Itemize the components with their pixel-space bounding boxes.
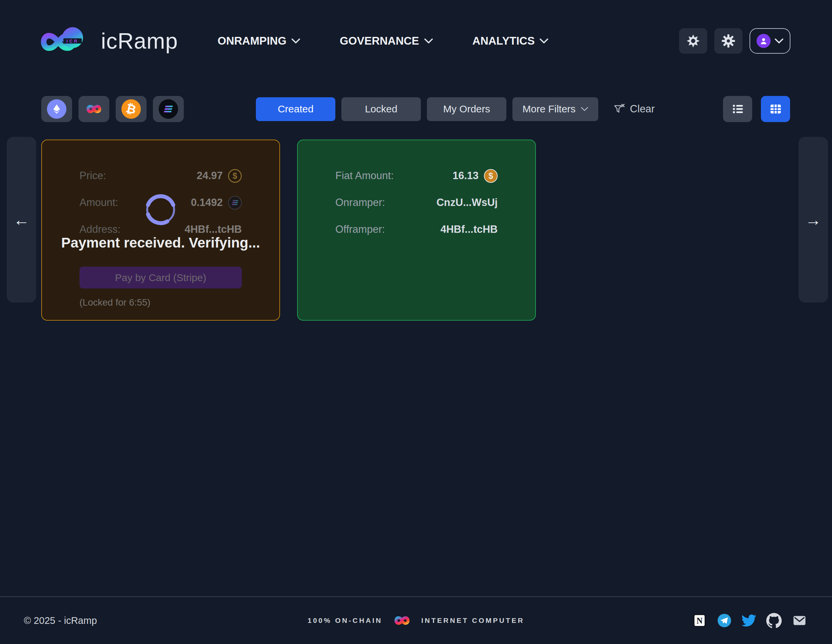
nav-onramping[interactable]: ONRAMPING [218, 35, 300, 47]
icramp-app: ICR icRamp ONRAMPING GOVERNANCE ANALYTIC… [0, 0, 832, 644]
ethereum-icon [47, 99, 66, 119]
row-value: 4HBf...tcHB [440, 223, 498, 235]
row-value: 0.1492 [191, 197, 223, 208]
chain-filter-ethereum[interactable] [41, 96, 72, 122]
order-card-created: Fiat Amount: 16.13 $ Onramper: CnzU...Ws… [297, 139, 536, 320]
svg-text:N: N [696, 616, 702, 625]
account-menu[interactable] [749, 28, 790, 54]
solana-icon [158, 99, 178, 119]
header: ICR icRamp ONRAMPING GOVERNANCE ANALYTIC… [40, 23, 790, 59]
sun-icon [686, 34, 701, 48]
grid-icon [769, 102, 783, 116]
chain-filter-solana[interactable] [153, 96, 184, 122]
clear-label: Clear [630, 103, 654, 115]
chevron-down-icon [539, 38, 548, 43]
row-label: Address: [80, 223, 120, 235]
row-value: 4HBf...tcHB [184, 223, 242, 235]
social-links: N [692, 613, 807, 628]
chevron-down-icon [774, 38, 783, 43]
settings-button[interactable] [714, 28, 742, 54]
grid-view-button[interactable] [761, 96, 790, 122]
filters-toolbar: ₿ Created L [41, 96, 790, 122]
locked-countdown: (Locked for 6:55) [80, 297, 242, 308]
nav-governance[interactable]: GOVERNANCE [340, 35, 433, 47]
row-label: Fiat Amount: [335, 170, 394, 182]
arrow-right-icon: → [805, 211, 821, 229]
nav-label: ONRAMPING [218, 35, 286, 47]
chain-filter-bitcoin[interactable]: ₿ [116, 96, 147, 122]
row-label: Offramper: [335, 223, 385, 235]
brand-name: icRamp [101, 28, 178, 54]
avatar [757, 34, 771, 48]
copyright: © 2025 - icRamp [24, 615, 97, 626]
chevron-down-icon [581, 107, 588, 111]
nav-label: ANALYTICS [472, 35, 535, 47]
row-value: 24.97 [197, 170, 223, 182]
user-icon [759, 37, 768, 45]
order-row: Onramper: CnzU...WsUj [335, 196, 498, 209]
chain-filters: ₿ [41, 96, 184, 122]
row-value: 16.13 [453, 170, 478, 182]
clear-filters-button[interactable]: Clear [612, 102, 654, 116]
list-icon [731, 102, 745, 116]
logo-badge-text: ICR [66, 39, 78, 43]
filter-label: My Orders [443, 103, 490, 115]
theme-toggle-button[interactable] [679, 28, 707, 54]
view-toggle [723, 96, 790, 122]
notion-icon: N [692, 613, 707, 628]
order-row: Price: 24.97 $ [80, 169, 242, 183]
filter-locked-button[interactable]: Locked [341, 97, 421, 121]
chevron-down-icon [424, 38, 433, 43]
gear-icon [722, 34, 735, 48]
telegram-icon [717, 614, 731, 628]
filter-my-orders-button[interactable]: My Orders [427, 97, 506, 121]
orders-grid: Price: 24.97 $ Amount: 0.1492 [41, 139, 536, 320]
internet-computer-icon [391, 614, 413, 628]
github-link[interactable] [766, 613, 782, 628]
chain-filter-internet-computer[interactable] [78, 96, 109, 122]
github-icon [766, 613, 782, 628]
onchain-label: 100% ON-CHAIN [307, 617, 382, 625]
brand[interactable]: ICR icRamp [40, 24, 178, 58]
onchain-badge: 100% ON-CHAIN INTERNET COMPUTER [307, 614, 525, 628]
twitter-icon [741, 613, 756, 628]
row-label: Price: [80, 170, 106, 182]
filter-label: More Filters [522, 103, 576, 115]
filter-created-button[interactable]: Created [256, 97, 335, 121]
main-nav: ONRAMPING GOVERNANCE ANALYTICS [218, 35, 549, 47]
row-label: Amount: [80, 197, 118, 208]
dollar-coin-icon: $ [484, 169, 498, 183]
row-value: CnzU...WsUj [436, 197, 498, 208]
status-filters: Created Locked My Orders More Filters [256, 97, 598, 121]
chevron-down-icon [291, 38, 300, 43]
filter-x-icon [612, 102, 626, 116]
pay-by-card-button[interactable]: Pay by Card (Stripe) [80, 267, 242, 288]
nav-analytics[interactable]: ANALYTICS [472, 35, 549, 47]
order-card-locked: Price: 24.97 $ Amount: 0.1492 [41, 139, 280, 320]
internet-computer-icon [83, 102, 104, 116]
carousel-next-button[interactable]: → [798, 137, 828, 303]
mail-icon [792, 613, 807, 628]
network-label: INTERNET COMPUTER [421, 617, 525, 625]
nav-label: GOVERNANCE [340, 35, 419, 47]
bitcoin-icon: ₿ [122, 99, 141, 119]
email-link[interactable] [792, 613, 807, 628]
more-filters-button[interactable]: More Filters [512, 97, 598, 121]
order-row: Offramper: 4HBf...tcHB [335, 223, 498, 236]
footer: © 2025 - icRamp 100% ON-CHAIN INTERNET C… [0, 596, 832, 644]
filter-label: Locked [365, 103, 397, 115]
filter-label: Created [278, 103, 314, 115]
header-actions [679, 28, 790, 54]
card-content-dimmed: Price: 24.97 $ Amount: 0.1492 [42, 140, 279, 308]
dollar-coin-icon: $ [228, 169, 242, 183]
twitter-link[interactable] [741, 613, 756, 628]
arrow-left-icon: ← [13, 211, 29, 229]
row-label: Onramper: [335, 197, 385, 208]
list-view-button[interactable] [723, 96, 752, 122]
carousel-prev-button[interactable]: ← [7, 137, 36, 303]
order-row: Address: 4HBf...tcHB [80, 223, 242, 236]
solana-coin-icon [228, 196, 242, 210]
notion-link[interactable]: N [692, 613, 707, 628]
telegram-link[interactable] [717, 614, 731, 628]
icramp-logo-icon: ICR [40, 24, 92, 58]
